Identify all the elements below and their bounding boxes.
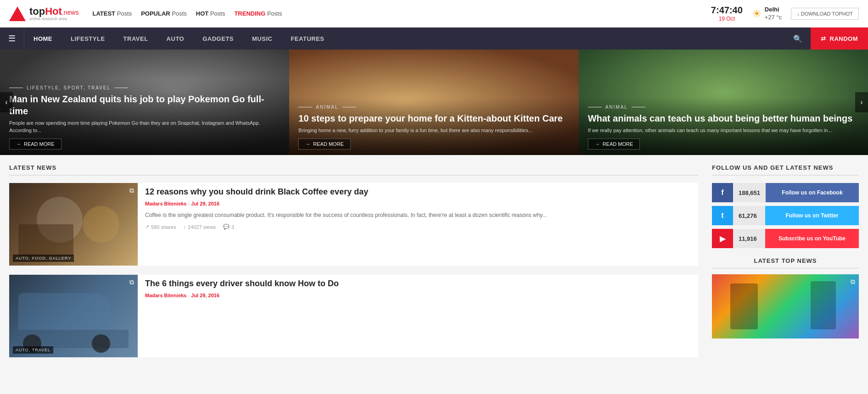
arrow-icon: → [595, 141, 600, 147]
twitter-icon: t [712, 206, 733, 225]
news-1-stats: ↗ 580 shares ↑ 14027 views 💬 3 [145, 224, 698, 230]
youtube-follow-btn[interactable]: ▶ 11,916 Subscribe us on YouTube [712, 229, 859, 248]
news-1-date: Jul 29, 2016 [191, 201, 219, 206]
facebook-follow-label: Follow us on Facebook [766, 183, 859, 202]
twitter-follow-label: Follow us on Twitter [765, 206, 859, 225]
news-info-1: 12 reasons why you should drink Black Co… [145, 183, 698, 266]
navbar: ☰ HOME LIFESTYLE TRAVEL AUTO GADGETS MUS… [0, 28, 868, 50]
youtube-icon: ▶ [712, 229, 733, 248]
top-news-image [712, 274, 859, 339]
slide-1: LIFESTYLE, SPORT, TRAVEL Man in New Zeal… [0, 50, 289, 155]
header-nav-popular[interactable]: POPULAR Posts [141, 10, 187, 17]
news-2-author: Madars Bitenieks [145, 293, 186, 298]
news-thumb-2[interactable]: AUTO, TRAVEL ⧉ [9, 275, 138, 357]
news-1-title[interactable]: 12 reasons why you should drink Black Co… [145, 187, 698, 197]
news-2-tag: AUTO, TRAVEL [13, 346, 53, 354]
share-icon: ↗ [145, 224, 149, 230]
header-nav-latest[interactable]: LATEST Posts [92, 10, 132, 17]
arrow-icon: → [16, 141, 21, 147]
coffee-image [9, 183, 138, 266]
slide-2: ANIMAL 10 steps to prepare your home for… [289, 50, 578, 155]
facebook-follow-btn[interactable]: f 188,651 Follow us on Facebook [712, 183, 859, 202]
youtube-follow-label: Subscribe us on YouTube [765, 229, 859, 248]
slide-1-title: Man in New Zealand quits his job to play… [9, 93, 280, 117]
facebook-count: 188,651 [733, 183, 766, 202]
slide-3-title: What animals can teach us about being be… [588, 112, 859, 124]
nav-item-gadgets[interactable]: GADGETS [193, 28, 243, 50]
random-button[interactable]: ⇄ RANDOM [811, 28, 868, 50]
logo[interactable]: topHot.news online research area [9, 6, 78, 21]
news-2-date: Jul 29, 2016 [191, 293, 219, 298]
clock-date: 19 Oct [711, 16, 743, 22]
random-icon: ⇄ [821, 35, 826, 42]
nav-items: HOME LIFESTYLE TRAVEL AUTO GADGETS MUSIC… [24, 28, 785, 50]
news-2-title[interactable]: The 6 things every driver should know Ho… [145, 278, 698, 289]
facebook-icon: f [712, 183, 733, 202]
header-right: 7:47:40 19 Oct ☀ Delhi +27 °c ↓ DOWNLOAD… [711, 5, 859, 22]
nav-item-lifestyle[interactable]: LIFESTYLE [62, 28, 114, 50]
slide-3-read-more[interactable]: → READ MORE [588, 139, 640, 150]
nav-item-home[interactable]: HOME [24, 28, 62, 50]
news-1-link-icon[interactable]: ⧉ [129, 187, 134, 194]
slide-2-read-more[interactable]: → READ MORE [298, 139, 351, 150]
news-1-tag: AUTO, FOOD, GALLERY [13, 255, 74, 262]
latest-news-section: LATEST NEWS AUTO, FOOD, GALLERY ⧉ 12 rea… [9, 164, 698, 366]
news-thumb-1[interactable]: AUTO, FOOD, GALLERY ⧉ [9, 183, 138, 266]
car-image [9, 275, 138, 357]
news-1-author: Madars Bitenieks [145, 201, 186, 206]
slide-3-overlay: ANIMAL What animals can teach us about b… [579, 98, 868, 155]
news-1-excerpt: Coffee is the single greatest consumable… [145, 211, 698, 219]
latest-news-title: LATEST NEWS [9, 164, 698, 176]
header-nav: LATEST Posts POPULAR Posts HOT Posts TRE… [92, 10, 711, 17]
weather-city: Delhi [765, 6, 782, 13]
news-1-comments: 💬 3 [223, 224, 234, 230]
twitter-follow-btn[interactable]: t 61,276 Follow us on Twitter [712, 206, 859, 225]
slide-3-category: ANIMAL [588, 105, 859, 110]
youtube-count: 11,916 [733, 229, 765, 248]
slider-prev-button[interactable]: ‹ [0, 92, 13, 112]
search-button[interactable]: 🔍 [785, 28, 811, 50]
nav-right: 🔍 ⇄ RANDOM [785, 28, 868, 50]
comment-icon: 💬 [223, 224, 230, 230]
slide-1-category: LIFESTYLE, SPORT, TRAVEL [9, 85, 280, 90]
sidebar: FOLLOW US AND GET LATEST NEWS f 188,651 … [712, 164, 859, 366]
news-2-link-icon[interactable]: ⧉ [129, 278, 134, 286]
header-nav-hot[interactable]: HOT Posts [196, 10, 225, 17]
views-icon: ↑ [183, 224, 186, 230]
news-card-1: AUTO, FOOD, GALLERY ⧉ 12 reasons why you… [9, 183, 698, 266]
news-1-shares: ↗ 580 shares [145, 224, 176, 230]
top-news-link-icon[interactable]: ⧉ [851, 278, 855, 286]
logo-tagline: online research area [29, 17, 78, 21]
main-content: LATEST NEWS AUTO, FOOD, GALLERY ⧉ 12 rea… [0, 155, 868, 376]
slider-next-button[interactable]: › [855, 92, 868, 112]
latest-top-news-title: LATEST TOP NEWS [712, 257, 859, 269]
slide-2-overlay: ANIMAL 10 steps to prepare your home for… [289, 98, 578, 155]
clock-time: 7:47:40 [711, 5, 743, 16]
random-label: RANDOM [830, 35, 858, 42]
slide-2-excerpt: Bringing home a new, furry addition to y… [298, 127, 569, 134]
news-2-meta: Madars Bitenieks - Jul 29, 2016 [145, 293, 698, 298]
slide-1-read-more[interactable]: → READ MORE [9, 139, 62, 150]
logo-text: topHot.news [29, 6, 78, 17]
clock: 7:47:40 19 Oct [711, 5, 743, 22]
nav-item-travel[interactable]: TRAVEL [114, 28, 157, 50]
header-nav-trending[interactable]: TRENDING Posts [234, 10, 282, 17]
nav-item-features[interactable]: FEATURES [281, 28, 333, 50]
news-info-2: The 6 things every driver should know Ho… [145, 275, 698, 357]
slide-1-excerpt: People are now spending more time playin… [9, 120, 280, 134]
hamburger-menu[interactable]: ☰ [0, 28, 24, 50]
hero-slider: ‹ LIFESTYLE, SPORT, TRAVEL Man in New Ze… [0, 50, 868, 155]
slide-3: ANIMAL What animals can teach us about b… [579, 50, 868, 155]
sun-icon: ☀ [752, 7, 762, 20]
arrow-icon: → [305, 141, 310, 147]
news-card-2: AUTO, TRAVEL ⧉ The 6 things every driver… [9, 275, 698, 357]
logo-triangle [9, 6, 26, 21]
header: topHot.news online research area LATEST … [0, 0, 868, 28]
nav-item-auto[interactable]: AUTO [157, 28, 194, 50]
news-1-meta: Madars Bitenieks - Jul 29, 2016 [145, 201, 698, 206]
download-button[interactable]: ↓ DOWNLOAD TOPHOT [791, 8, 859, 20]
nav-item-music[interactable]: MUSIC [243, 28, 281, 50]
top-news-thumbnail[interactable]: ⧉ [712, 274, 859, 339]
slide-1-overlay: LIFESTYLE, SPORT, TRAVEL Man in New Zeal… [0, 78, 289, 155]
weather-temp: +27 °c [765, 14, 782, 21]
